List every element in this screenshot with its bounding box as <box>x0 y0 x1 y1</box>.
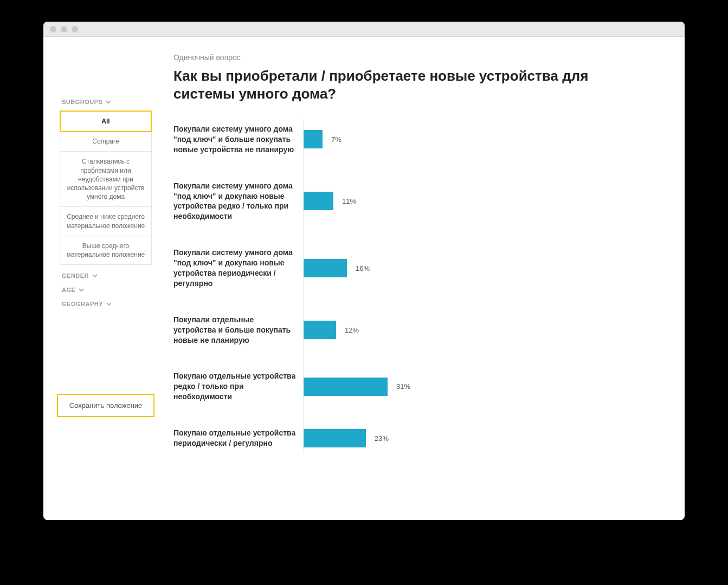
chart-row: Покупаю отдельные устройства периодическ… <box>173 428 661 448</box>
page-content: SUBGROUPS All Compare Сталкивались с про… <box>43 37 683 507</box>
sidebar: SUBGROUPS All Compare Сталкивались с про… <box>60 53 152 417</box>
question-title: Как вы приобретали / приобретаете новые … <box>173 67 596 102</box>
subgroup-item-problems[interactable]: Сталкивались с проблемами или неудобства… <box>60 152 151 207</box>
chart-row: Покупаю отдельные устройства редко / тол… <box>173 371 661 402</box>
subgroup-item-income-low[interactable]: Среднее и ниже среднего материальное пол… <box>60 207 151 236</box>
bar <box>304 192 333 210</box>
bar-area: 11% <box>304 191 661 211</box>
bar-area: 12% <box>304 320 661 340</box>
bar-label: Покупали систему умного дома "под ключ" … <box>173 181 304 222</box>
bar-area: 23% <box>304 428 661 448</box>
save-position-button[interactable]: Сохранить положение <box>57 394 154 417</box>
gender-header[interactable]: GENDER <box>62 272 152 279</box>
window-max-dot[interactable] <box>72 26 78 32</box>
main-content: Одиночный вопрос Как вы приобретали / пр… <box>173 53 661 474</box>
bar-value-label: 7% <box>331 135 342 144</box>
bar <box>304 378 388 396</box>
bar-value-label: 16% <box>356 264 370 272</box>
subgroup-list: All Compare Сталкивались с проблемами ил… <box>60 110 152 265</box>
subgroup-item-all[interactable]: All <box>60 110 152 132</box>
window-min-dot[interactable] <box>61 26 67 32</box>
bar-chart: Покупали систему умного дома "под ключ" … <box>173 124 661 448</box>
app-window: SUBGROUPS All Compare Сталкивались с про… <box>43 22 685 520</box>
chevron-down-icon <box>106 301 112 307</box>
chevron-down-icon <box>79 287 84 292</box>
subgroups-header[interactable]: SUBGROUPS <box>62 99 152 105</box>
bar-value-label: 31% <box>396 382 410 391</box>
age-label: AGE <box>62 287 75 293</box>
bar-area: 16% <box>304 258 661 278</box>
bar <box>304 259 347 277</box>
bar-label: Покупали систему умного дома "под ключ" … <box>173 124 304 155</box>
geography-header[interactable]: GEOGRAPHY <box>62 301 152 307</box>
bar-label: Покупаю отдельные устройства редко / тол… <box>173 371 304 402</box>
window-titlebar <box>43 22 685 37</box>
window-close-dot[interactable] <box>50 26 56 32</box>
chart-row: Покупали систему умного дома "под ключ" … <box>173 181 661 222</box>
chevron-down-icon <box>92 273 98 278</box>
scroll-viewport[interactable]: SUBGROUPS All Compare Сталкивались с про… <box>43 37 685 520</box>
chart-row: Покупали отдельные устройства и больше п… <box>173 315 661 346</box>
chevron-down-icon <box>106 99 111 105</box>
bar-value-label: 11% <box>342 197 356 205</box>
chart-row: Покупали систему умного дома "под ключ" … <box>173 248 661 289</box>
bar-label: Покупали систему умного дома "под ключ" … <box>173 248 304 289</box>
chart-row: Покупали систему умного дома "под ключ" … <box>173 124 661 155</box>
bar <box>304 429 366 447</box>
chart-axis-line <box>304 119 304 454</box>
bar <box>304 130 323 148</box>
bar-label: Покупали отдельные устройства и больше п… <box>173 315 304 346</box>
subgroup-item-compare[interactable]: Compare <box>60 132 151 152</box>
subgroup-item-income-high[interactable]: Выше среднего материальное положение <box>60 236 151 264</box>
bar <box>304 321 336 339</box>
age-header[interactable]: AGE <box>62 287 152 293</box>
bar-label: Покупаю отдельные устройства периодическ… <box>173 428 304 448</box>
geography-label: GEOGRAPHY <box>62 301 103 307</box>
bar-area: 7% <box>304 129 661 149</box>
bar-value-label: 23% <box>375 434 389 443</box>
question-type-label: Одиночный вопрос <box>173 53 661 62</box>
bar-area: 31% <box>304 377 661 396</box>
bar-value-label: 12% <box>345 326 359 334</box>
subgroups-label: SUBGROUPS <box>62 99 102 105</box>
gender-label: GENDER <box>62 272 89 279</box>
